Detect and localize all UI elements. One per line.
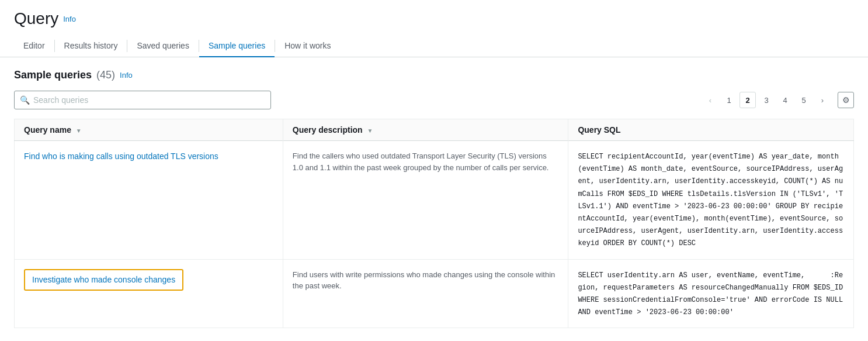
section-info-link[interactable]: Info: [120, 71, 133, 80]
col-header-query-sql: Query SQL: [568, 119, 854, 141]
sort-icon-name[interactable]: ▼: [76, 128, 82, 134]
col-header-query-name: Query name ▼: [15, 119, 283, 141]
pagination: ‹ 1 2 3 4 5 › ⚙: [702, 92, 854, 108]
pagination-page-2[interactable]: 2: [739, 92, 756, 108]
query-description-cell: Find the callers who used outdated Trans…: [283, 141, 568, 260]
query-sql-cell-console: SELECT userIdentity.arn AS user, eventNa…: [568, 259, 854, 328]
pagination-page-5[interactable]: 5: [796, 92, 812, 108]
section-title: Sample queries: [14, 69, 92, 81]
query-sql-cell: SELECT recipientAccountId, year(eventTim…: [568, 141, 854, 260]
query-description-cell-console: Find users with write permissions who ma…: [283, 259, 568, 328]
tab-sample-queries[interactable]: Sample queries: [199, 35, 275, 57]
query-table: Query name ▼ Query description ▼ Query S…: [14, 119, 854, 328]
pagination-page-1[interactable]: 1: [721, 92, 737, 108]
pagination-page-4[interactable]: 4: [777, 92, 793, 108]
query-name-link-tls[interactable]: Find who is making calls using outdated …: [24, 151, 218, 161]
table-row: Find who is making calls using outdated …: [15, 141, 854, 260]
highlighted-query-wrapper: Investigate who made console changes: [24, 269, 183, 291]
tab-results-history[interactable]: Results history: [55, 35, 127, 57]
query-name-link-console[interactable]: Investigate who made console changes: [32, 275, 175, 284]
page-title: Query: [14, 9, 58, 28]
pagination-prev-button[interactable]: ‹: [702, 92, 718, 108]
col-header-query-description: Query description ▼: [283, 119, 568, 141]
search-input[interactable]: [14, 91, 271, 109]
sort-icon-desc[interactable]: ▼: [367, 128, 373, 134]
table-settings-button[interactable]: ⚙: [838, 92, 854, 108]
section-count: (45): [96, 69, 115, 81]
tabs-bar: Editor Results history Saved queries Sam…: [0, 35, 868, 57]
query-name-cell-console: Investigate who made console changes: [15, 259, 283, 328]
pagination-page-3[interactable]: 3: [758, 92, 775, 108]
tab-editor[interactable]: Editor: [14, 35, 54, 57]
search-wrapper: 🔍: [14, 91, 271, 109]
page-info-link[interactable]: Info: [63, 15, 76, 23]
search-icon: 🔍: [20, 95, 30, 105]
tab-saved-queries[interactable]: Saved queries: [127, 35, 199, 57]
pagination-next-button[interactable]: ›: [814, 92, 831, 108]
table-row: Investigate who made console changes Fin…: [15, 259, 854, 328]
tab-how-it-works[interactable]: How it works: [275, 35, 340, 57]
query-name-cell: Find who is making calls using outdated …: [15, 141, 283, 260]
